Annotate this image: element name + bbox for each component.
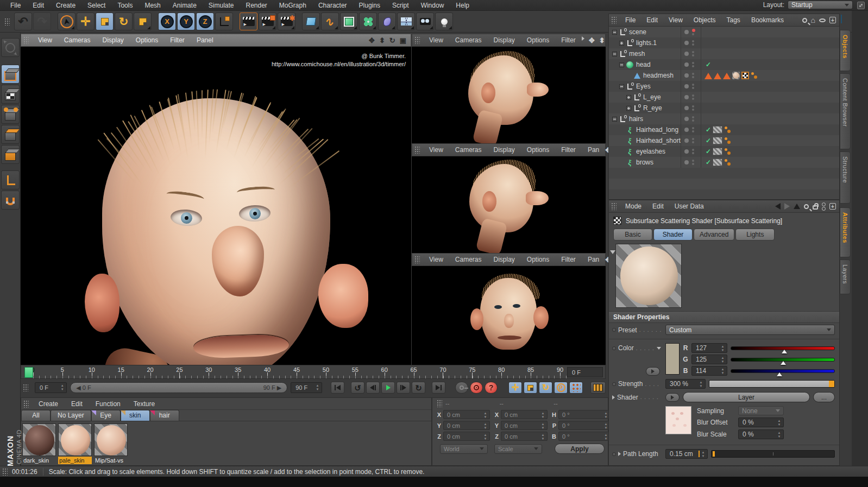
texture-mode-button[interactable] — [1, 85, 20, 104]
snap-button[interactable] — [1, 191, 20, 210]
scale-tool-button[interactable] — [96, 12, 114, 30]
rotate-tool-button[interactable]: ↻ — [115, 12, 133, 30]
expander-icon[interactable] — [619, 84, 624, 89]
strength-field[interactable]: 300 %▲▼ — [665, 379, 706, 389]
material-thumbnail[interactable] — [58, 423, 92, 456]
make-editable-button[interactable] — [1, 38, 20, 57]
tab-content-browser[interactable]: Content Browser — [840, 73, 851, 149]
coordinate-system-button[interactable] — [215, 12, 233, 30]
path-length-field[interactable]: 0.15 cm▲▼ — [665, 449, 708, 459]
x-axis-lock-button[interactable]: X — [158, 12, 176, 30]
blur-scale-field[interactable]: 0 %▲▼ — [738, 429, 784, 439]
color-expand-button[interactable] — [646, 367, 660, 376]
mm-menu-function[interactable]: Function — [89, 400, 127, 408]
menu-animate[interactable]: Animate — [167, 2, 203, 9]
tree-row-headmesh[interactable]: headmesh — [609, 70, 839, 81]
visibility-dot-icon[interactable] — [692, 130, 694, 132]
visibility-dot-icon[interactable] — [692, 116, 694, 118]
viewport-grip[interactable] — [414, 256, 420, 263]
tab-layers[interactable]: Layers — [840, 260, 851, 294]
z-axis-lock-button[interactable]: Z — [196, 12, 214, 30]
layer-tab-skin[interactable]: skin — [121, 410, 150, 421]
dots-tag-icon[interactable] — [724, 159, 732, 166]
menu-plugins[interactable]: Plugins — [353, 2, 386, 9]
rot-p-field[interactable]: 0 °▲▼ — [558, 421, 611, 430]
b-slider[interactable] — [731, 369, 835, 373]
transform-mode-dropdown[interactable]: Scale — [494, 444, 542, 454]
autokey-button[interactable] — [455, 382, 468, 394]
menu-script[interactable]: Script — [386, 2, 415, 9]
add-modeling-button[interactable] — [359, 12, 377, 30]
add-panel-icon[interactable]: + — [829, 203, 836, 210]
strength-slider[interactable] — [709, 380, 835, 388]
am-menu-user-data[interactable]: User Data — [669, 203, 709, 210]
layer-dot-icon[interactable] — [684, 84, 689, 88]
visibility-toggles[interactable] — [681, 135, 701, 146]
vp-main-menu-options[interactable]: Options — [130, 36, 164, 44]
orbit-icon[interactable]: ↻ — [389, 36, 395, 45]
tree-row-lights.1[interactable]: lights.1 — [609, 37, 839, 48]
path-length-slider[interactable] — [711, 450, 835, 458]
layout-dropdown[interactable]: Startup — [788, 1, 853, 9]
om-menu-bookmarks[interactable]: Bookmarks — [746, 16, 789, 24]
layer-dot-icon[interactable] — [684, 52, 689, 56]
coordinates-grip[interactable] — [437, 400, 442, 407]
current-frame-field[interactable]: 0 F — [567, 367, 603, 377]
toolbar-grip[interactable] — [4, 18, 10, 26]
polygons-mode-button[interactable] — [1, 145, 20, 164]
visibility-toggles[interactable] — [681, 27, 701, 37]
g-slider[interactable] — [731, 358, 835, 362]
chevron-down-icon[interactable] — [657, 347, 661, 350]
main-viewport[interactable]: @ Bunk Timmer. http://www.comichouse.nl/… — [21, 47, 411, 365]
zoom-icon[interactable]: ⬍ — [379, 36, 385, 45]
viewport2[interactable] — [412, 47, 606, 143]
expander-icon[interactable] — [612, 52, 617, 56]
visibility-dot-icon[interactable] — [692, 119, 694, 122]
vp2-menu-view[interactable]: View — [423, 36, 449, 44]
param-circle-icon[interactable] — [612, 382, 616, 386]
parent-icon[interactable] — [794, 204, 800, 209]
tab-objects[interactable]: Objects — [840, 30, 851, 71]
visibility-dot-icon[interactable] — [692, 149, 694, 151]
am-menu-mode[interactable]: Mode — [620, 203, 647, 210]
visibility-toggles[interactable] — [681, 48, 701, 59]
enabled-check-icon[interactable]: ✓ — [706, 126, 711, 134]
play-button[interactable] — [381, 382, 395, 394]
om-menu-view[interactable]: View — [663, 16, 688, 24]
preset-dropdown[interactable]: Custom — [665, 325, 835, 335]
menu-render[interactable]: Render — [240, 2, 273, 9]
visibility-dot-icon[interactable] — [692, 105, 694, 107]
color-swatch[interactable] — [665, 343, 680, 375]
key-scale-toggle[interactable] — [524, 382, 537, 394]
pos-y-field[interactable]: 0 cm▲▼ — [443, 421, 490, 430]
stripe-tag-icon[interactable] — [713, 137, 722, 144]
chevron-right-icon[interactable] — [612, 395, 615, 400]
am-menu-edit[interactable]: Edit — [647, 203, 669, 210]
visibility-dot-icon[interactable] — [692, 40, 694, 42]
keyframe-options-button[interactable]: ? — [485, 382, 498, 394]
visibility-dot-icon[interactable] — [692, 160, 694, 162]
prev-frame-button[interactable] — [366, 382, 380, 394]
stripe-tag-icon[interactable] — [713, 148, 722, 155]
tree-row-eyelashes[interactable]: ξeyelashes✓ — [609, 146, 839, 157]
add-deformer-button[interactable] — [378, 12, 396, 30]
history-back-icon[interactable] — [775, 203, 781, 210]
key-parameter-toggle[interactable]: P — [554, 382, 568, 394]
vp-main-menu-display[interactable]: Display — [96, 36, 129, 44]
visibility-toggles[interactable] — [681, 124, 701, 135]
key-pla-toggle[interactable] — [569, 382, 583, 394]
pan-icon[interactable]: ✥ — [589, 36, 595, 45]
shader-expand-button[interactable] — [665, 393, 680, 402]
menu-mesh[interactable]: Mesh — [139, 2, 166, 9]
visibility-dot-icon[interactable] — [692, 54, 694, 56]
layer-tab-eye[interactable]: Eye — [91, 410, 121, 421]
layer-dot-icon[interactable] — [684, 128, 689, 132]
enabled-check-icon[interactable]: ✓ — [706, 159, 711, 166]
layer-dot-icon[interactable] — [684, 149, 689, 154]
undo-button[interactable]: ↶ — [14, 12, 32, 30]
edges-mode-button[interactable] — [1, 125, 20, 144]
search-icon[interactable] — [802, 18, 807, 23]
visibility-dot-icon[interactable] — [692, 98, 694, 100]
vp2-menu-filter[interactable]: Filter — [555, 36, 582, 44]
tree-row-hairhead_long[interactable]: ξHairhead_long✓ — [609, 124, 839, 135]
